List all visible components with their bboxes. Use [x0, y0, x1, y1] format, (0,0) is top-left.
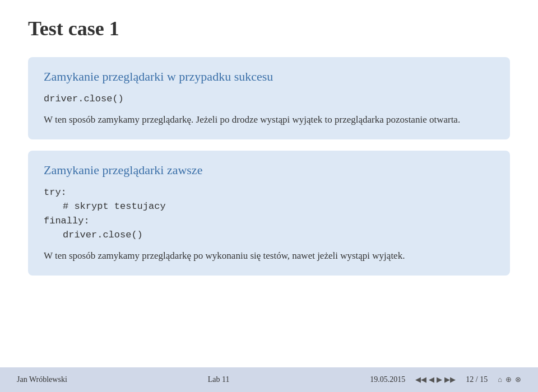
- code-line-1: try:: [44, 187, 67, 198]
- card-1-description: W ten sposób zamykamy przeglądarkę. Jeże…: [44, 112, 494, 127]
- card-2-title: Zamykanie przeglądarki zawsze: [44, 163, 494, 178]
- card-2: Zamykanie przeglądarki zawsze try: # skr…: [28, 151, 510, 276]
- nav-arrow-left-left[interactable]: ◀◀: [415, 375, 426, 384]
- nav-arrow-right-right[interactable]: ▶▶: [444, 375, 456, 384]
- card-2-description: W ten sposób zamykamy przeglądarkę po wy…: [44, 248, 494, 263]
- nav-arrow-left[interactable]: ◀: [429, 375, 434, 384]
- main-content: Test case 1 Zamykanie przeglądarki w prz…: [0, 0, 538, 367]
- code-line-4: driver.close(): [44, 228, 494, 242]
- footer-right: 19.05.2015 ◀◀ ◀ ▶ ▶▶ 12 / 15 ⌂ ⊕ ⊗: [370, 375, 521, 384]
- footer-lab: Lab 11: [208, 375, 230, 384]
- card-2-code: try: # skrypt testujacy finally: driver.…: [44, 185, 494, 242]
- search-icon[interactable]: ⊕: [505, 375, 512, 384]
- footer-page: 12 / 15: [466, 375, 488, 384]
- footer-author: Jan Wróblewski: [17, 375, 67, 384]
- nav-arrow-right[interactable]: ▶: [437, 375, 442, 384]
- card-1-code: driver.close(): [44, 92, 494, 106]
- page-title: Test case 1: [28, 17, 510, 40]
- footer-nav: ◀◀ ◀ ▶ ▶▶: [415, 375, 456, 384]
- home-icon[interactable]: ⌂: [498, 375, 502, 384]
- card-1: Zamykanie przeglądarki w przypadku sukce…: [28, 57, 510, 139]
- zoom-icon[interactable]: ⊗: [515, 375, 521, 384]
- footer-date: 19.05.2015: [370, 375, 405, 384]
- code-line-2: # skrypt testujacy: [44, 199, 494, 214]
- footer: Jan Wróblewski Lab 11 19.05.2015 ◀◀ ◀ ▶ …: [0, 367, 538, 392]
- card-1-title: Zamykanie przeglądarki w przypadku sukce…: [44, 69, 494, 84]
- code-line-3: finally:: [44, 216, 90, 226]
- footer-icons: ⌂ ⊕ ⊗: [498, 375, 521, 384]
